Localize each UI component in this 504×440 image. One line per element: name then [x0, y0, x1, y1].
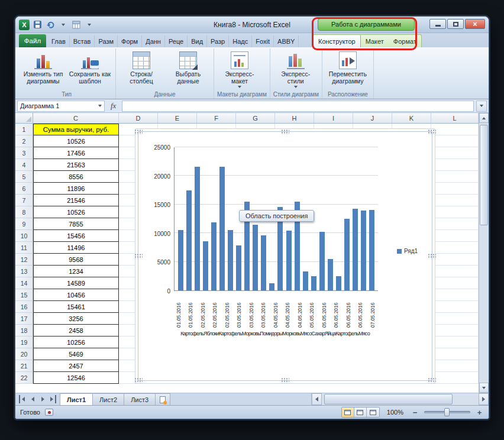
sheet-tab-2[interactable]: Лист2	[92, 393, 124, 405]
zoom-level[interactable]: 100%	[385, 409, 406, 416]
chart-resize-handle[interactable]	[428, 130, 436, 135]
cell-C18[interactable]: 2458	[33, 325, 119, 337]
row-header-18[interactable]: 18	[15, 325, 33, 337]
row-header-19[interactable]: 19	[15, 337, 33, 348]
ribbon-tab-8[interactable]: Надс	[229, 35, 252, 47]
cell-C10[interactable]: 15456	[33, 230, 119, 242]
cell-L6[interactable]	[431, 183, 479, 195]
chart-resize-handle[interactable]	[281, 130, 289, 135]
cell-C1[interactable]: Сумма выручки, руб.	[33, 124, 119, 135]
cell-L9[interactable]	[431, 218, 479, 230]
chart-object[interactable]: 0500010000150002000025000 01.05.201601.0…	[138, 131, 432, 381]
ribbon-tab-2[interactable]: Разм	[95, 35, 118, 47]
row-header-4[interactable]: 4	[15, 159, 33, 171]
cell-L17[interactable]	[431, 313, 479, 325]
row-header-5[interactable]: 5	[15, 171, 33, 183]
row-header-8[interactable]: 8	[15, 206, 33, 218]
tab-file[interactable]: Файл	[19, 34, 46, 47]
ribbon-tab-6[interactable]: Вид	[188, 35, 207, 47]
button-change-chart-type[interactable]: Изменить тип диаграммы	[21, 50, 66, 85]
sheet-tab-1[interactable]: Лист1	[60, 393, 93, 405]
cell-C12[interactable]: 9568	[33, 254, 119, 266]
qat-customize-icon[interactable]	[84, 20, 95, 30]
chart-resize-handle[interactable]	[134, 130, 143, 135]
row-header-17[interactable]: 17	[15, 313, 33, 325]
contextual-tab-1[interactable]: Макет	[361, 35, 389, 47]
cell-L3[interactable]	[431, 147, 479, 159]
fx-icon[interactable]: fx	[107, 101, 119, 111]
next-sheet-button[interactable]	[39, 395, 46, 403]
cell-L21[interactable]	[431, 360, 479, 372]
cell-L13[interactable]	[431, 266, 479, 277]
formula-input[interactable]	[122, 101, 474, 112]
contextual-tab-2[interactable]: Формат	[389, 35, 421, 47]
cell-L11[interactable]	[431, 242, 479, 254]
redo-dropdown-icon[interactable]	[58, 20, 69, 30]
column-header-H[interactable]: H	[275, 113, 314, 123]
cell-L2[interactable]	[431, 135, 479, 147]
ribbon-tab-1[interactable]: Встав	[70, 35, 95, 47]
ribbon-tab-4[interactable]: Данн	[142, 35, 165, 47]
row-header-10[interactable]: 10	[15, 230, 33, 242]
select-all-corner[interactable]	[15, 113, 33, 123]
button-select-data[interactable]: Выбрать данные	[166, 50, 211, 85]
page-layout-view-button[interactable]	[354, 407, 367, 417]
qat-table-icon[interactable]	[71, 20, 82, 30]
column-header-L[interactable]: L	[431, 113, 479, 123]
cell-L4[interactable]	[431, 159, 479, 171]
cell-C20[interactable]: 5469	[33, 348, 119, 360]
button-switch-row-column[interactable]: Строка/столбец	[119, 50, 164, 85]
chart-resize-handle[interactable]	[134, 378, 143, 383]
chart-resize-handle[interactable]	[428, 254, 436, 259]
cell-C7[interactable]: 21546	[33, 195, 119, 206]
row-header-9[interactable]: 9	[15, 218, 33, 230]
cell-L15[interactable]	[431, 289, 479, 301]
cell-L22[interactable]	[431, 372, 479, 384]
button-save-as-template[interactable]: Сохранить как шаблон	[67, 50, 112, 85]
horizontal-scrollbar[interactable]	[311, 393, 489, 405]
row-header-7[interactable]: 7	[15, 195, 33, 206]
maximize-button[interactable]	[447, 19, 464, 29]
macro-record-icon[interactable]	[45, 409, 53, 416]
column-header-D[interactable]: D	[119, 113, 158, 123]
close-button[interactable]: ×	[465, 19, 485, 29]
cell-C22[interactable]: 12546	[33, 372, 119, 384]
cell-L8[interactable]	[431, 206, 479, 218]
page-break-view-button[interactable]	[367, 407, 379, 417]
scroll-down-button[interactable]	[479, 383, 489, 393]
vertical-scrollbar[interactable]	[479, 113, 489, 393]
cell-C8[interactable]: 10526	[33, 206, 119, 218]
row-header-15[interactable]: 15	[15, 289, 33, 301]
cell-C15[interactable]: 10456	[33, 289, 119, 301]
column-header-I[interactable]: I	[314, 113, 353, 123]
last-sheet-button[interactable]	[49, 395, 56, 403]
ribbon-tab-3[interactable]: Форм	[118, 35, 142, 47]
undo-icon[interactable]	[45, 20, 56, 30]
normal-view-button[interactable]	[342, 407, 354, 417]
cell-L12[interactable]	[431, 254, 479, 266]
vertical-scroll-thumb[interactable]	[480, 125, 488, 225]
column-header-G[interactable]: G	[236, 113, 275, 123]
ribbon-tab-10[interactable]: ABBY	[274, 35, 299, 47]
row-header-3[interactable]: 3	[15, 147, 33, 159]
row-header-22[interactable]: 22	[15, 372, 33, 384]
insert-worksheet-button[interactable]	[155, 393, 170, 405]
chart-resize-handle[interactable]	[428, 378, 436, 383]
cell-C6[interactable]: 11896	[33, 183, 119, 195]
row-header-21[interactable]: 21	[15, 360, 33, 372]
zoom-slider[interactable]	[424, 411, 470, 413]
column-header-K[interactable]: K	[392, 113, 431, 123]
scroll-left-button[interactable]	[312, 393, 322, 405]
chart-resize-handle[interactable]	[281, 378, 289, 383]
cell-C3[interactable]: 17456	[33, 147, 119, 159]
column-header-E[interactable]: E	[158, 113, 197, 123]
chart-resize-handle[interactable]	[134, 254, 143, 259]
cell-L16[interactable]	[431, 301, 479, 313]
ribbon-tab-5[interactable]: Реце	[165, 35, 188, 47]
previous-sheet-button[interactable]	[29, 395, 36, 403]
minimize-button[interactable]	[429, 19, 446, 29]
cell-C19[interactable]: 10256	[33, 337, 119, 348]
row-header-11[interactable]: 11	[15, 242, 33, 254]
row-header-1[interactable]: 1	[15, 124, 33, 135]
contextual-tab-0[interactable]: Конструктор	[313, 35, 361, 47]
